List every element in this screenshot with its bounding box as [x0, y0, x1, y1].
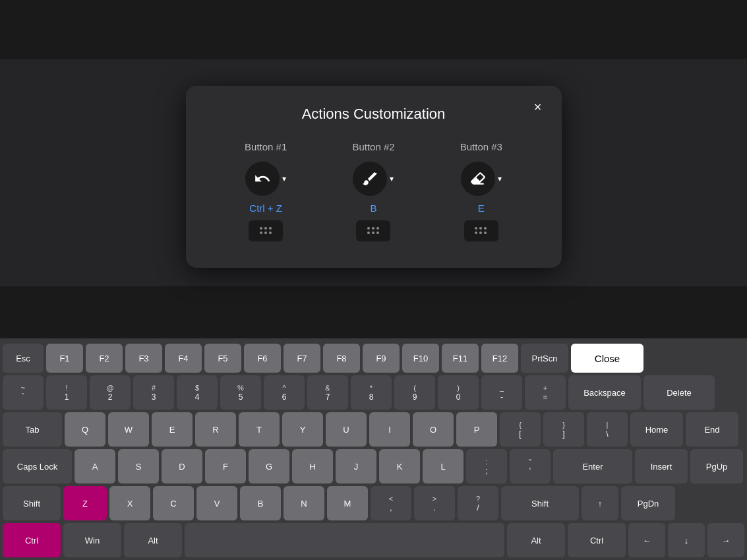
modal-title: Actions Customization — [212, 106, 535, 123]
dot — [479, 232, 482, 234]
dot — [264, 232, 267, 234]
button-1-shortcut: Ctrl + Z — [249, 202, 282, 214]
button-1-wrapper: ▾ — [245, 162, 286, 196]
dot — [376, 232, 379, 234]
eraser-icon — [469, 170, 487, 187]
button-3-dots[interactable] — [464, 220, 498, 241]
button-1-dropdown-arrow[interactable]: ▾ — [282, 174, 286, 183]
dot — [264, 227, 267, 230]
dots-grid-2 — [367, 227, 380, 235]
dot — [367, 232, 370, 234]
modal-close-button[interactable]: × — [527, 96, 549, 117]
dot — [475, 232, 477, 234]
button-2-label: Button #2 — [352, 141, 394, 152]
dots-grid-3 — [475, 227, 487, 235]
brush-icon — [361, 170, 378, 187]
button-3-action[interactable] — [461, 162, 495, 196]
dots-grid-1 — [260, 227, 272, 235]
button-3-wrapper: ▾ — [461, 162, 502, 196]
dot — [260, 227, 262, 230]
dot — [269, 227, 272, 230]
button-3-shortcut: E — [478, 202, 485, 214]
dot — [269, 232, 272, 234]
dot — [376, 227, 379, 230]
button-2-shortcut: B — [370, 202, 376, 214]
buttons-row: Button #1 ▾ Ctrl + Z — [212, 141, 535, 241]
button-2-col: Button #2 ▾ B — [352, 141, 394, 241]
actions-customization-modal: Actions Customization × Button #1 ▾ Ctrl… — [186, 86, 562, 268]
dot — [484, 232, 487, 234]
modal-backdrop: Actions Customization × Button #1 ▾ Ctrl… — [0, 0, 747, 560]
dot — [372, 227, 374, 230]
button-1-dots[interactable] — [249, 220, 283, 241]
undo-icon — [254, 170, 271, 187]
dot — [260, 232, 262, 234]
dot — [475, 227, 477, 230]
button-3-label: Button #3 — [460, 141, 502, 152]
dot — [372, 232, 374, 234]
button-3-col: Button #3 ▾ E — [460, 141, 502, 241]
button-2-dots[interactable] — [356, 220, 390, 241]
dot — [367, 227, 370, 230]
button-2-action[interactable] — [353, 162, 387, 196]
button-1-label: Button #1 — [245, 141, 287, 152]
button-3-dropdown-arrow[interactable]: ▾ — [498, 174, 502, 183]
button-1-action[interactable] — [245, 162, 280, 196]
dot — [479, 227, 482, 230]
button-1-col: Button #1 ▾ Ctrl + Z — [245, 141, 287, 241]
dot — [484, 227, 487, 230]
button-2-wrapper: ▾ — [353, 162, 394, 196]
button-2-dropdown-arrow[interactable]: ▾ — [390, 174, 394, 183]
